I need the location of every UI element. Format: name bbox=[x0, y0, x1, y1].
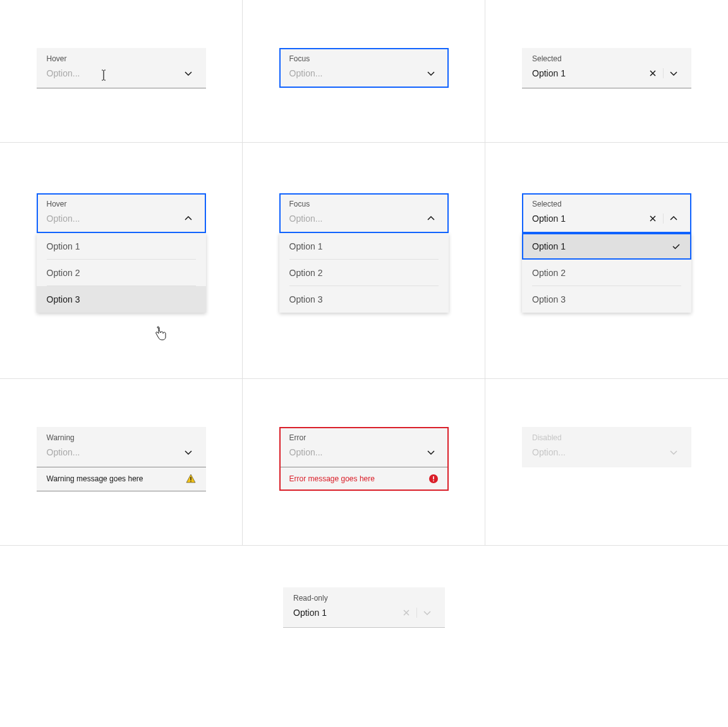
menu-item[interactable]: Option 2 bbox=[279, 260, 449, 286]
combo-value: Option 1 bbox=[532, 68, 566, 78]
menu-item-label: Option 2 bbox=[289, 268, 323, 278]
combo-label: Selected bbox=[532, 54, 681, 63]
menu-item-label: Option 3 bbox=[289, 294, 323, 304]
combo-hover-open: Hover Option... Option 1 Option 2 Option… bbox=[37, 193, 206, 313]
combo-label: Focus bbox=[289, 54, 439, 63]
combo-placeholder: Option... bbox=[47, 68, 80, 78]
combo-placeholder: Option... bbox=[47, 447, 80, 457]
combo-selected-open: Selected Option 1 Opti bbox=[522, 193, 691, 313]
combobox-field: Disabled Option... bbox=[522, 427, 691, 467]
combo-placeholder: Option... bbox=[532, 447, 566, 457]
warning-message: Warning message goes here bbox=[47, 474, 143, 483]
svg-rect-0 bbox=[190, 477, 191, 480]
svg-rect-3 bbox=[433, 476, 434, 479]
menu-item[interactable]: Option 3 bbox=[522, 286, 691, 313]
combo-label: Selected bbox=[532, 200, 681, 208]
combo-value: Option 1 bbox=[532, 213, 566, 224]
chevron-down-icon[interactable] bbox=[181, 445, 196, 460]
combobox-field[interactable]: Hover Option... bbox=[37, 193, 206, 233]
clear-icon[interactable] bbox=[645, 66, 660, 81]
combo-error: Error Option... Error message goes here bbox=[279, 427, 449, 491]
helper-warning: Warning message goes here bbox=[37, 467, 206, 491]
clear-icon bbox=[399, 605, 414, 620]
chevron-up-icon[interactable] bbox=[666, 211, 681, 226]
chevron-up-icon[interactable] bbox=[181, 211, 196, 226]
combo-menu: Option 1 Option 2 Option 3 bbox=[279, 233, 449, 313]
pointer-cursor-icon bbox=[154, 326, 167, 341]
combo-placeholder: Option... bbox=[289, 68, 323, 78]
menu-item-label: Option 3 bbox=[532, 294, 566, 304]
warning-icon bbox=[186, 474, 196, 484]
menu-item-label: Option 1 bbox=[532, 241, 566, 251]
combo-readonly: Read-only Option 1 bbox=[283, 587, 445, 628]
menu-item-label: Option 1 bbox=[289, 241, 323, 251]
checkmark-icon bbox=[671, 241, 681, 251]
combo-label: Hover bbox=[47, 200, 196, 208]
svg-rect-1 bbox=[190, 481, 191, 481]
combobox-field[interactable]: Selected Option 1 bbox=[522, 193, 691, 233]
combobox-field[interactable]: Selected Option 1 bbox=[522, 48, 691, 88]
menu-item-label: Option 2 bbox=[532, 268, 566, 278]
combo-warning: Warning Option... Warning message goes h… bbox=[37, 427, 206, 491]
menu-item[interactable]: Option 3 bbox=[279, 286, 449, 313]
menu-item[interactable]: Option 2 bbox=[522, 260, 691, 286]
combo-hover: Hover Option... bbox=[37, 48, 206, 88]
combo-placeholder: Option... bbox=[289, 447, 323, 457]
combobox-field[interactable]: Error Option... Error message goes here bbox=[279, 427, 449, 491]
menu-item[interactable]: Option 1 bbox=[37, 233, 206, 260]
error-message: Error message goes here bbox=[289, 474, 375, 483]
combo-value: Option 1 bbox=[293, 608, 327, 618]
chevron-down-icon[interactable] bbox=[423, 66, 439, 81]
combobox-field[interactable]: Warning Option... bbox=[37, 427, 206, 467]
menu-item[interactable]: Option 3 bbox=[37, 286, 206, 313]
combo-disabled: Disabled Option... bbox=[522, 427, 691, 467]
chevron-down-icon bbox=[666, 445, 681, 460]
chevron-up-icon[interactable] bbox=[423, 211, 439, 226]
menu-item[interactable]: Option 2 bbox=[37, 260, 206, 286]
combo-focus-open: Focus Option... Option 1 Option 2 Option… bbox=[279, 193, 449, 313]
combobox-field[interactable]: Focus Option... bbox=[279, 193, 449, 233]
svg-rect-4 bbox=[433, 481, 434, 482]
combo-label: Hover bbox=[47, 54, 196, 63]
combo-label: Error bbox=[289, 433, 439, 442]
menu-item-label: Option 3 bbox=[47, 294, 80, 304]
error-icon bbox=[428, 474, 439, 484]
chevron-down-icon[interactable] bbox=[666, 66, 681, 81]
combo-label: Read-only bbox=[293, 594, 435, 603]
icon-divider bbox=[663, 68, 664, 78]
combo-placeholder: Option... bbox=[289, 213, 323, 224]
combo-menu: Option 1 Option 2 Option 3 bbox=[37, 233, 206, 313]
chevron-down-icon bbox=[420, 605, 435, 620]
combobox-field: Read-only Option 1 bbox=[283, 587, 445, 628]
menu-item[interactable]: Option 1 bbox=[522, 233, 691, 260]
icon-divider bbox=[416, 608, 417, 618]
menu-item-label: Option 2 bbox=[47, 268, 80, 278]
combo-focus: Focus Option... bbox=[279, 48, 449, 88]
chevron-down-icon[interactable] bbox=[423, 445, 439, 460]
clear-icon[interactable] bbox=[645, 211, 660, 226]
combo-label: Warning bbox=[47, 433, 196, 442]
chevron-down-icon[interactable] bbox=[181, 66, 196, 81]
combo-menu: Option 1 Option 2 Option 3 bbox=[522, 233, 691, 313]
combo-selected: Selected Option 1 bbox=[522, 48, 691, 88]
combo-label: Disabled bbox=[532, 433, 681, 442]
menu-item-label: Option 1 bbox=[47, 241, 80, 251]
combobox-field[interactable]: Hover Option... bbox=[37, 48, 206, 88]
menu-item[interactable]: Option 1 bbox=[279, 233, 449, 260]
icon-divider bbox=[663, 213, 664, 224]
combobox-field[interactable]: Focus Option... bbox=[279, 48, 449, 88]
combo-placeholder: Option... bbox=[47, 213, 80, 224]
combo-label: Focus bbox=[289, 200, 439, 208]
